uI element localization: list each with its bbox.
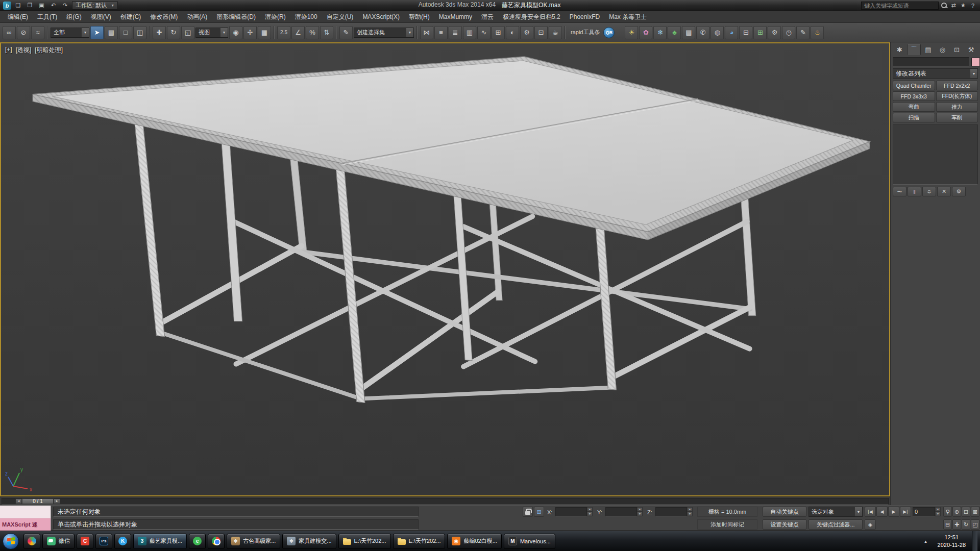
spin-down-icon[interactable]: ▼ [637, 512, 643, 516]
exchange-icon[interactable]: ⇄ [949, 2, 958, 9]
menu-render-cloud[interactable]: 渲云 [477, 11, 498, 22]
selection-lock-icon[interactable] [523, 507, 533, 517]
undo-icon[interactable]: ↶ [48, 1, 58, 10]
unlink-selection-icon[interactable]: ⊘ [17, 26, 30, 39]
set-key-button[interactable]: 设置关键点 [763, 519, 806, 530]
menu-animation[interactable]: 动画(A) [182, 11, 212, 22]
material-editor-icon[interactable]: ◐ [506, 26, 519, 39]
favorites-star-icon[interactable]: ★ [959, 2, 967, 9]
modifier-button-bend[interactable]: 弯曲 [893, 102, 935, 112]
screen-icon[interactable]: ⊟ [739, 26, 752, 39]
render-setup-icon[interactable]: ⚙ [520, 26, 533, 39]
named-selection-sets-dropdown[interactable]: 创建选择集 ▼ [354, 28, 414, 38]
taskbar-marvelous-designer[interactable]: M Marvelous... [504, 534, 555, 549]
use-pivot-center-icon[interactable]: ◉ [229, 26, 242, 39]
select-and-move-icon[interactable]: ✚ [153, 26, 166, 39]
perspective-viewport[interactable]: [+] [透视] [明暗处理] [0, 42, 890, 496]
x-coord-input[interactable] [555, 507, 587, 516]
menu-edit[interactable]: 编辑(E) [3, 11, 33, 22]
menu-views[interactable]: 视图(V) [86, 11, 116, 22]
select-and-scale-icon[interactable]: ◱ [181, 26, 194, 39]
key-filters-button[interactable]: 关键点过滤器... [808, 519, 863, 530]
tab-utilities[interactable]: ⚒ [964, 44, 978, 55]
taskbar-chat-window-2[interactable]: ❖ 家具建模交... [282, 534, 336, 549]
zoom-all-icon[interactable]: ⊕ [952, 507, 961, 517]
snowflake-icon[interactable]: ❄ [653, 26, 667, 39]
menu-rendering[interactable]: 渲染(R) [260, 11, 290, 22]
menu-antivirus[interactable]: Max 杀毒卫士 [604, 11, 651, 22]
select-object-icon[interactable]: ➤ [90, 26, 104, 39]
redo-icon[interactable]: ↷ [60, 1, 70, 10]
taskbar-folder-window-2[interactable]: E:\天竹202... [393, 534, 446, 549]
curve-editor-icon[interactable]: ∿ [477, 26, 491, 39]
previous-frame-icon[interactable]: ◀ [876, 507, 888, 517]
object-color-swatch[interactable] [971, 58, 980, 66]
globe-icon[interactable]: ◕ [725, 26, 738, 39]
time-slider-handle[interactable]: ◂ 0 / 1 ▸ [15, 498, 60, 504]
selection-filter-dropdown[interactable]: 全部 ▼ [51, 28, 89, 38]
taskbar-360-browser[interactable]: e [189, 534, 206, 549]
show-end-result-icon[interactable]: ‖ [908, 187, 921, 196]
taskbar-image-viewer[interactable]: ◉ 藤编02白模... [447, 534, 501, 549]
play-animation-icon[interactable]: ▶ [888, 507, 899, 517]
viewport-menu-shading[interactable]: [明暗处理] [35, 46, 63, 55]
taskbar-folder-window-1[interactable]: E:\天竹202... [338, 534, 391, 549]
render-production-icon[interactable]: ☕ [549, 26, 562, 39]
modifier-button-push[interactable]: 推力 [936, 102, 978, 112]
y-coord-input[interactable] [605, 507, 637, 516]
remove-modifier-icon[interactable]: ✕ [937, 187, 951, 196]
select-and-manipulate-icon[interactable]: ✢ [243, 26, 257, 39]
angle-snap-icon[interactable]: ∠ [291, 26, 305, 39]
modifier-button-quad-chamfer[interactable]: Quad Chamfer [893, 81, 935, 90]
table-braces[interactable] [158, 216, 750, 398]
viewport-menu-view[interactable]: [透视] [16, 46, 32, 55]
key-selection-mode-dropdown[interactable]: 选定对象 ▼ [808, 507, 863, 517]
taskbar-clock[interactable]: 12:51 2020-11-28 [934, 534, 970, 549]
spin-up-icon[interactable]: ▲ [935, 507, 941, 512]
qr-render-button[interactable]: QR [603, 27, 615, 38]
menu-tools[interactable]: 工具(T) [33, 11, 62, 22]
keyboard-shortcut-override-icon[interactable]: ▦ [258, 26, 271, 39]
rendered-frame-window-icon[interactable]: ⊡ [534, 26, 548, 39]
z-coord-input[interactable] [655, 507, 687, 516]
snap-toggle-icon[interactable]: 2.5 [277, 26, 290, 39]
search-icon[interactable] [940, 2, 948, 9]
spin-up-icon[interactable]: ▲ [637, 507, 643, 512]
modifier-list-dropdown[interactable]: 修改器列表 ▼ [893, 68, 978, 79]
go-to-start-icon[interactable]: |◀ [865, 507, 876, 517]
time-spinner[interactable]: ▲▼ [935, 507, 941, 516]
open-file-icon[interactable]: ❐ [25, 1, 35, 10]
modifier-button-ffd3[interactable]: FFD 3x3x3 [893, 91, 935, 101]
zoom-extents-icon[interactable]: ⊡ [962, 507, 970, 517]
current-time-field[interactable] [913, 507, 935, 516]
pan-view-icon[interactable]: ✚ [952, 519, 961, 530]
key-mode-toggle-icon[interactable]: ◈ [865, 519, 876, 530]
taskbar-chat-window-1[interactable]: ❖ 古色高级家... [227, 534, 280, 549]
maximize-viewport-toggle-icon[interactable]: ◰ [971, 519, 979, 530]
previous-frame-icon[interactable]: ◂ [15, 498, 22, 504]
orbit-icon[interactable]: ↻ [962, 519, 970, 530]
menu-maxscript[interactable]: MAXScript(X) [358, 11, 404, 22]
help-icon[interactable]: ? [969, 3, 977, 9]
bind-to-space-warp-icon[interactable]: ≈ [31, 26, 44, 39]
rectangular-selection-region-icon[interactable]: □ [119, 26, 132, 39]
spin-down-icon[interactable]: ▼ [687, 512, 693, 516]
tab-modify[interactable]: ⌒ [907, 44, 921, 55]
select-and-link-icon[interactable]: ∞ [3, 26, 16, 39]
flower-icon[interactable]: ✿ [639, 26, 652, 39]
spin-up-icon[interactable]: ▲ [687, 507, 693, 512]
zoom-icon[interactable]: ⚲ [943, 507, 952, 517]
viewport-scene[interactable] [1, 43, 889, 495]
modifier-button-ffd2[interactable]: FFD 2x2x2 [936, 81, 978, 90]
clock-icon[interactable]: ◷ [782, 26, 795, 39]
window-crossing-icon[interactable]: ◫ [133, 26, 146, 39]
sun-icon[interactable]: ☀ [625, 26, 638, 39]
save-file-icon[interactable]: ▣ [37, 1, 46, 10]
zoom-extents-all-icon[interactable]: ⊠ [971, 507, 979, 517]
select-by-name-icon[interactable]: ▤ [105, 26, 118, 39]
percent-snap-icon[interactable]: % [306, 26, 319, 39]
taskbar-3dsmax-active[interactable]: 3 藤艺家具模... [133, 534, 187, 549]
new-file-icon[interactable]: ❏ [13, 1, 23, 10]
menu-group[interactable]: 组(G) [62, 11, 86, 22]
modifier-button-sweep[interactable]: 扫描 [893, 113, 935, 122]
